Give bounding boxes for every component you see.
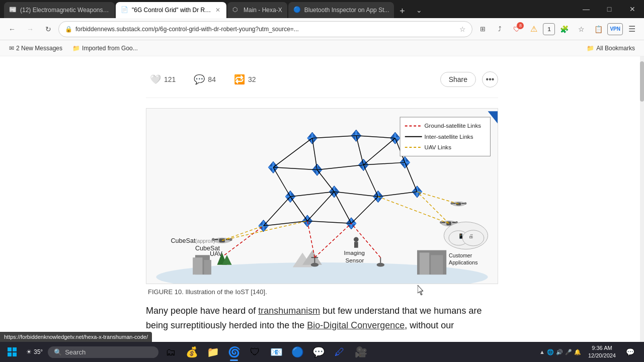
tab-title-2: "6G Control Grid" with Dr Robe...: [132, 7, 211, 14]
tab-close-button[interactable]: ✕: [214, 6, 221, 14]
files-icon: 🗂: [166, 346, 176, 358]
svg-line-68: [273, 167, 290, 197]
taskbar-app-shield[interactable]: 🛡: [245, 342, 265, 362]
messenger-icon: 💬: [312, 346, 325, 358]
share-button[interactable]: ⤴: [492, 21, 508, 37]
tab-6g-control[interactable]: 📄 "6G Control Grid" with Dr Robe... ✕: [116, 2, 226, 18]
system-tray: ▲ 🌐 🔊 🎤 🔔: [536, 349, 584, 355]
svg-rect-134: [13, 347, 17, 351]
svg-line-104: [222, 226, 263, 240]
more-options-button[interactable]: •••: [482, 71, 498, 87]
all-bookmarks-button[interactable]: 📁 All Bookmarks: [584, 44, 638, 53]
like-count: 121: [164, 75, 176, 83]
svg-text:UAV: UAV: [210, 250, 223, 257]
taskbar-app-email[interactable]: 📧: [266, 342, 286, 362]
taskbar-app-word[interactable]: 🖊: [330, 342, 350, 362]
taskbar-search[interactable]: 🔍 Search: [48, 346, 158, 358]
extensions-button[interactable]: 🧩: [556, 21, 572, 37]
date-display: 12/20/2024: [588, 352, 616, 359]
svg-point-102: [440, 221, 442, 224]
like-button[interactable]: 🤍 121: [146, 72, 180, 87]
svg-line-66: [317, 165, 363, 170]
close-button[interactable]: ✕: [621, 0, 644, 18]
minimize-button[interactable]: —: [575, 0, 598, 18]
collections-button[interactable]: 📋: [590, 21, 606, 37]
svg-rect-93: [456, 203, 461, 206]
edge-icon: 🌀: [228, 346, 240, 358]
back-button[interactable]: ←: [4, 21, 20, 37]
comment-button[interactable]: 💬 84: [190, 72, 220, 87]
start-button[interactable]: [2, 342, 22, 362]
figure-caption: FIGURE 10. Illustration of the IoST [140…: [146, 288, 498, 296]
notification-center[interactable]: 💬: [620, 342, 640, 362]
nav-actions: ⊞ ⤴ 🛡 8 ⚠ 1 🧩 ☆ 📋 VPN ☰: [474, 21, 640, 37]
warning-button[interactable]: ⚠: [526, 21, 542, 37]
mail-icon: ✉: [9, 45, 14, 52]
shield-button[interactable]: 🛡 8: [509, 21, 525, 37]
tab-title-3: Main - Hexa-X: [244, 7, 282, 14]
titlebar: 📰 (12) Electromagnetic Weapons Ope... 📄 …: [0, 0, 644, 18]
tab-bluetooth[interactable]: 🔵 Bluetooth Inspector on App St...: [288, 2, 394, 18]
taskbar-app-bluetooth[interactable]: 🔵: [287, 342, 307, 362]
scrollbar-thumb[interactable]: [640, 61, 644, 102]
split-screen-button[interactable]: ⊞: [474, 21, 491, 37]
vpn-label: VPN: [610, 26, 620, 32]
search-icon: 🔍: [54, 348, 62, 356]
tab-title-1: (12) Electromagnetic Weapons Ope...: [20, 7, 110, 14]
svg-line-81: [307, 221, 351, 223]
address-bar[interactable]: 🔒 forbiddennews.substack.com/p/6g-contro…: [58, 21, 472, 37]
settings-button[interactable]: ☰: [624, 21, 640, 37]
action-btn-right: Share •••: [440, 71, 498, 87]
taskbar-app-zoom[interactable]: 🎥: [351, 342, 371, 362]
heart-icon: 🤍: [150, 74, 161, 85]
folder-icon: 📁: [72, 45, 80, 52]
svg-line-80: [264, 221, 307, 226]
taskbar-app-edge[interactable]: 🌀: [224, 342, 244, 362]
bookmark-imported[interactable]: 📁 Imported from Goo...: [69, 44, 141, 53]
svg-rect-135: [8, 352, 12, 356]
notifications-icon[interactable]: 🔔: [574, 349, 581, 355]
vpn-button[interactable]: VPN: [607, 23, 623, 35]
network-icon[interactable]: 🌐: [547, 349, 554, 355]
tab-hexa-x[interactable]: ⬡ Main - Hexa-X: [227, 2, 287, 18]
reload-button[interactable]: ↻: [40, 21, 56, 37]
maximize-button[interactable]: □: [598, 0, 621, 18]
clock[interactable]: 9:36 AM 12/20/2024: [585, 344, 619, 360]
favorites-button[interactable]: ☆: [573, 21, 589, 37]
svg-line-69: [317, 170, 334, 192]
svg-rect-12: [420, 252, 429, 275]
forward-button[interactable]: →: [22, 21, 38, 37]
share-button[interactable]: Share: [440, 72, 476, 87]
repost-button[interactable]: 🔁 32: [230, 72, 260, 87]
taskbar-app-messenger[interactable]: 💬: [308, 342, 329, 362]
transhumanism-link[interactable]: transhumanism: [258, 306, 320, 316]
show-hidden-icon[interactable]: ▲: [539, 349, 545, 355]
taskbar-app-folder[interactable]: 📁: [203, 342, 223, 362]
repost-count: 32: [248, 75, 256, 83]
svg-text:CubeSat: CubeSat: [171, 237, 196, 244]
svg-text:Sensor: Sensor: [346, 257, 364, 263]
bookmark-page-icon[interactable]: ☆: [459, 25, 466, 33]
tab-electromagnetic[interactable]: 📰 (12) Electromagnetic Weapons Ope...: [4, 2, 115, 18]
tab-count-button[interactable]: 1: [543, 23, 555, 35]
mic-icon[interactable]: 🎤: [565, 349, 572, 355]
svg-line-107: [378, 197, 449, 223]
svg-text:Inter-satellite Links: Inter-satellite Links: [425, 133, 473, 140]
shield-badge: 8: [517, 22, 524, 29]
svg-line-72: [290, 192, 334, 197]
svg-line-70: [363, 165, 378, 197]
taskbar-center: 🔍 Search: [48, 346, 158, 358]
scrollbar[interactable]: [640, 56, 644, 342]
bio-digital-link[interactable]: Bio-Digital Convergence: [307, 320, 405, 330]
repost-icon: 🔁: [234, 74, 245, 85]
taskbar-app-files[interactable]: 🗂: [160, 342, 181, 362]
time-display: 9:36 AM: [588, 344, 616, 352]
bluetooth-icon: 🔵: [291, 346, 304, 358]
weather-display[interactable]: ☀ 35°: [23, 348, 46, 355]
new-tab-button[interactable]: +: [395, 4, 409, 18]
bookmark-messages[interactable]: ✉ 2 New Messages: [6, 44, 65, 53]
tab-overflow-button[interactable]: ⌄: [411, 2, 427, 18]
svg-line-62: [356, 136, 364, 165]
volume-icon[interactable]: 🔊: [556, 349, 563, 355]
taskbar-app-money[interactable]: 💰: [182, 342, 202, 362]
